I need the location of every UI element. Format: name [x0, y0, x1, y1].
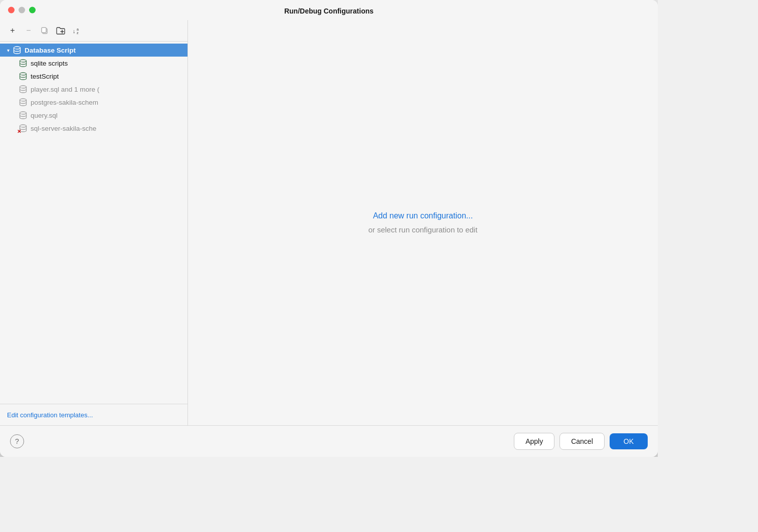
svg-text:↓: ↓: [73, 28, 76, 34]
minimize-button[interactable]: [19, 7, 25, 14]
svg-point-7: [14, 47, 21, 49]
sidebar-tree: ▾ Database Script: [0, 42, 187, 404]
ok-button[interactable]: OK: [610, 433, 648, 449]
tree-item-label-query-sql: query.sql: [31, 112, 58, 119]
database-script-icon: [12, 45, 22, 55]
svg-point-13: [20, 125, 27, 127]
tree-item-player-sql[interactable]: player.sql and 1 more (: [0, 83, 187, 96]
svg-point-11: [20, 99, 27, 101]
tree-item-label-sqlite-scripts: sqlite scripts: [31, 60, 68, 67]
tree-item-sqlite-scripts[interactable]: sqlite scripts: [0, 57, 187, 70]
tree-item-testscript[interactable]: testScript: [0, 70, 187, 83]
dialog-title: Run/Debug Configurations: [284, 7, 373, 15]
title-bar: Run/Debug Configurations: [0, 0, 658, 20]
tree-item-label-player-sql: player.sql and 1 more (: [31, 86, 99, 93]
maximize-button[interactable]: [29, 7, 36, 14]
add-new-run-configuration-link[interactable]: Add new run configuration...: [373, 211, 473, 220]
svg-point-12: [20, 112, 27, 114]
edit-configuration-templates-link[interactable]: Edit configuration templates...: [7, 411, 93, 419]
help-button[interactable]: ?: [10, 434, 24, 448]
svg-point-9: [20, 73, 27, 75]
cancel-button[interactable]: Cancel: [559, 433, 605, 450]
testscript-icon: [18, 71, 28, 81]
new-folder-icon: [56, 27, 65, 35]
sql-server-sakila-icon: ✕: [18, 123, 28, 133]
tree-item-label-testscript: testScript: [31, 73, 59, 80]
run-debug-configurations-dialog: Run/Debug Configurations + −: [0, 0, 658, 457]
sidebar: + − ↓: [0, 20, 188, 425]
tree-item-label-database-script: Database Script: [25, 47, 76, 54]
tree-item-query-sql[interactable]: query.sql: [0, 109, 187, 122]
error-badge-icon: ✕: [17, 129, 21, 134]
remove-configuration-button[interactable]: −: [22, 24, 35, 37]
close-button[interactable]: [8, 7, 15, 14]
apply-button[interactable]: Apply: [514, 433, 554, 450]
query-sql-icon: [18, 110, 28, 120]
svg-text:z: z: [77, 31, 79, 35]
new-folder-button[interactable]: [54, 24, 67, 37]
tree-item-label-sql-server-sakila: sql-server-sakila-sche: [31, 125, 96, 132]
sidebar-footer: Edit configuration templates...: [0, 404, 187, 425]
svg-point-10: [20, 86, 27, 88]
add-configuration-button[interactable]: +: [6, 24, 19, 37]
chevron-down-icon: ▾: [4, 46, 12, 54]
sort-icon: ↓ a z: [72, 27, 81, 35]
main-content: + − ↓: [0, 20, 658, 425]
player-sql-icon: [18, 84, 28, 94]
tree-item-postgres-sakila[interactable]: postgres-sakila-schem: [0, 96, 187, 109]
sidebar-toolbar: + − ↓: [0, 20, 187, 42]
copy-configuration-button[interactable]: [38, 24, 51, 37]
tree-item-database-script[interactable]: ▾ Database Script: [0, 44, 187, 57]
right-panel: Add new run configuration... or select r…: [188, 20, 658, 425]
svg-point-8: [20, 60, 27, 62]
copy-icon: [41, 27, 49, 35]
svg-rect-1: [42, 28, 46, 33]
tree-item-sql-server-sakila[interactable]: ✕ sql-server-sakila-sche: [0, 122, 187, 135]
sort-button[interactable]: ↓ a z: [70, 24, 83, 37]
window-controls: [8, 7, 36, 14]
bottom-bar: ? Apply Cancel OK: [0, 425, 658, 457]
svg-text:a: a: [77, 28, 79, 31]
tree-item-label-postgres-sakila: postgres-sakila-schem: [31, 99, 98, 106]
postgres-sakila-icon: [18, 97, 28, 107]
sqlite-scripts-icon: [18, 58, 28, 68]
or-select-text: or select run configuration to edit: [368, 225, 478, 234]
